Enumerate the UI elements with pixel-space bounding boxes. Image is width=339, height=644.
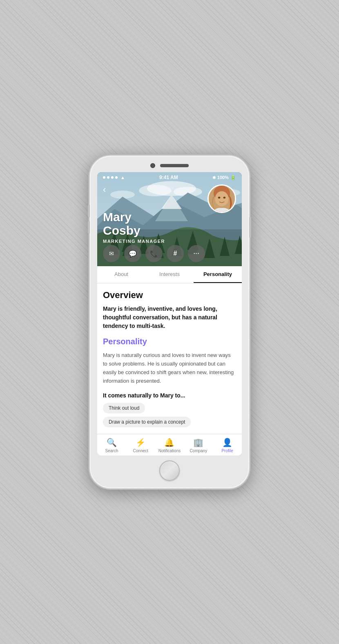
hero-section: ▲ 9:41 AM ✱ 100% 🔋 ‹ — [97, 172, 242, 266]
phone-screen: ▲ 9:41 AM ✱ 100% 🔋 ‹ — [97, 172, 242, 455]
tag-think-out-loud[interactable]: Think out loud — [103, 403, 145, 413]
action-buttons: ✉ 💬 📞 # ··· — [103, 245, 205, 262]
email-button[interactable]: ✉ — [103, 245, 120, 262]
hero-background: ▲ 9:41 AM ✱ 100% 🔋 ‹ — [97, 172, 242, 266]
svg-point-27 — [218, 197, 220, 199]
phone-frame: ▲ 9:41 AM ✱ 100% 🔋 ‹ — [90, 156, 249, 488]
tag-draw-picture[interactable]: Draw a picture to explain a concept — [103, 417, 191, 427]
search-icon: 🔍 — [107, 438, 117, 447]
personality-description: Mary is naturally curious and loves to i… — [103, 351, 236, 385]
nav-company[interactable]: 🏢 Company — [184, 438, 213, 453]
speaker — [160, 164, 189, 167]
notifications-icon: 🔔 — [164, 438, 174, 447]
nav-connect-label: Connect — [133, 449, 148, 453]
status-bar: ▲ 9:41 AM ✱ 100% 🔋 — [97, 172, 242, 182]
nav-search[interactable]: 🔍 Search — [97, 438, 126, 453]
volume-down-button[interactable] — [88, 221, 90, 233]
hero-name: Mary Cosby — [103, 210, 165, 237]
nav-connect[interactable]: ⚡ Connect — [126, 438, 155, 453]
more-button[interactable]: ··· — [188, 245, 205, 262]
bottom-navigation: 🔍 Search ⚡ Connect 🔔 Notifications 🏢 Com… — [97, 434, 242, 456]
content-area: Overview Mary is friendly, inventive, an… — [97, 283, 242, 433]
signal-dot-1 — [103, 176, 105, 179]
phone-button[interactable]: 📞 — [145, 245, 163, 262]
hero-info: Mary Cosby MARKETING MANAGER — [103, 210, 165, 244]
bluetooth-icon: ✱ — [212, 175, 216, 180]
profile-tabs: About Interests Personality — [97, 266, 242, 283]
nav-notifications[interactable]: 🔔 Notifications — [155, 438, 184, 453]
battery-percentage: 100% — [217, 175, 229, 180]
home-button[interactable] — [159, 460, 180, 481]
overview-text: Mary is friendly, inventive, and loves l… — [103, 305, 236, 330]
company-icon: 🏢 — [193, 438, 203, 447]
volume-up-button[interactable] — [88, 205, 90, 217]
message-button[interactable]: 💬 — [124, 245, 141, 262]
tags-container: Think out loud Draw a picture to explain… — [103, 403, 236, 427]
comes-naturally-title: It comes naturally to Mary to... — [103, 392, 236, 399]
tab-personality[interactable]: Personality — [194, 266, 242, 283]
phone-top — [97, 163, 242, 168]
email-icon: ✉ — [109, 250, 114, 257]
overview-title: Overview — [103, 290, 236, 301]
nav-profile-label: Profile — [221, 449, 233, 453]
phone-icon: 📞 — [150, 250, 158, 258]
signal-indicators: ▲ — [103, 175, 125, 180]
connect-icon: ⚡ — [136, 438, 146, 447]
profile-icon: 👤 — [222, 438, 232, 447]
signal-dot-3 — [111, 176, 114, 179]
nav-notifications-label: Notifications — [158, 449, 181, 453]
svg-point-26 — [215, 191, 229, 206]
nav-company-label: Company — [190, 449, 207, 453]
more-icon: ··· — [194, 250, 200, 257]
message-icon: 💬 — [129, 250, 137, 258]
nav-profile[interactable]: 👤 Profile — [213, 438, 242, 453]
battery-icon: 🔋 — [230, 175, 236, 180]
back-button[interactable]: ‹ — [103, 184, 106, 195]
avatar-image — [209, 186, 235, 212]
phone-bottom — [97, 460, 242, 481]
hashtag-icon: # — [174, 250, 177, 257]
svg-point-28 — [223, 197, 225, 199]
avatar — [207, 184, 236, 213]
wifi-icon: ▲ — [120, 175, 125, 180]
battery-area: ✱ 100% 🔋 — [212, 175, 236, 180]
nav-search-label: Search — [105, 449, 118, 453]
power-button[interactable] — [249, 217, 251, 238]
svg-point-2 — [139, 185, 172, 196]
tab-about[interactable]: About — [97, 266, 145, 283]
signal-dot-4 — [115, 176, 118, 179]
signal-dot-2 — [107, 176, 109, 179]
personality-heading: Personality — [103, 337, 236, 346]
status-time: 9:41 AM — [159, 175, 178, 180]
camera — [150, 163, 155, 168]
tab-interests[interactable]: Interests — [145, 266, 194, 283]
hero-job-title: MARKETING MANAGER — [103, 239, 165, 244]
hashtag-button[interactable]: # — [167, 245, 184, 262]
